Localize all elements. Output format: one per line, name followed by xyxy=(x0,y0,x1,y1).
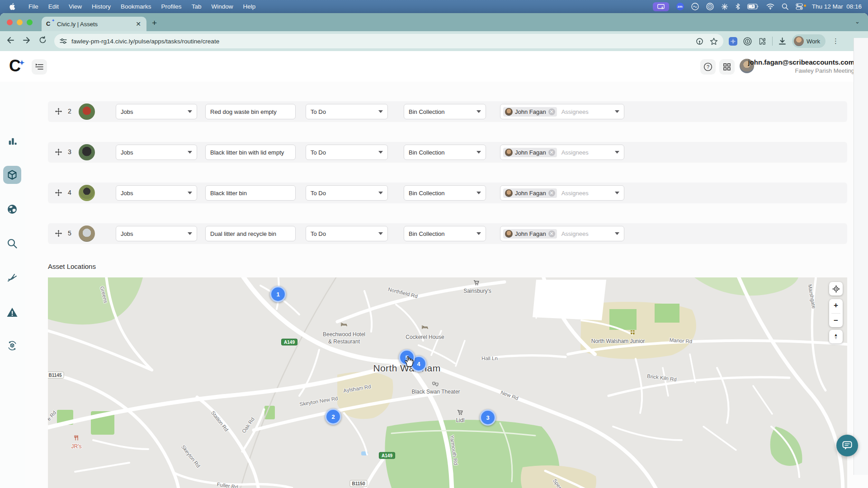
category-select[interactable]: Bin Collection xyxy=(404,145,486,160)
tilt-control[interactable]: ▲▼ xyxy=(829,330,843,343)
downloads-icon[interactable] xyxy=(778,38,786,45)
asset-thumbnail[interactable] xyxy=(79,144,95,160)
menu-help[interactable]: Help xyxy=(243,3,255,10)
menu-view[interactable]: View xyxy=(69,3,82,10)
drag-handle-icon[interactable] xyxy=(55,108,62,117)
drag-handle-icon[interactable] xyxy=(55,189,62,198)
close-window-button[interactable] xyxy=(7,19,13,25)
assignees-select[interactable]: John Fagan✕ Assignees xyxy=(500,145,624,160)
apps-grid-button[interactable] xyxy=(719,59,735,75)
assignee-chip[interactable]: John Fagan✕ xyxy=(503,107,557,117)
assignees-select[interactable]: John Fagan✕ Assignees xyxy=(500,226,624,241)
task-name-input[interactable]: Black litter bin with lid empty xyxy=(205,145,296,160)
chat-launcher-button[interactable] xyxy=(836,435,858,456)
browser-menu-icon[interactable]: ⋮ xyxy=(832,37,839,45)
tab-search-icon[interactable]: ⌄ xyxy=(855,18,860,25)
extension-blue-icon[interactable] xyxy=(729,37,737,46)
drag-handle-icon[interactable] xyxy=(55,149,62,157)
menu-tab[interactable]: Tab xyxy=(192,3,202,10)
url-text[interactable]: fawley-pm-rg14.civic.ly/pulse/apps/tasks… xyxy=(71,38,696,45)
tab-close-icon[interactable]: ✕ xyxy=(135,20,142,28)
asset-marker-3[interactable]: 3 xyxy=(480,409,496,426)
asset-thumbnail[interactable] xyxy=(79,185,95,201)
sidebar-item-issues[interactable] xyxy=(3,303,21,321)
remove-assignee-icon[interactable]: ✕ xyxy=(548,149,555,156)
category-select[interactable]: Bin Collection xyxy=(404,226,486,241)
sidebar-item-locations[interactable] xyxy=(3,200,21,218)
asset-thumbnail[interactable] xyxy=(79,225,95,242)
assignees-select[interactable]: John Fagan✕ Assignees xyxy=(500,185,624,201)
type-select[interactable]: Jobs xyxy=(116,145,197,160)
site-settings-icon[interactable] xyxy=(60,38,67,44)
task-name-input[interactable]: Dual litter and recycle bin xyxy=(205,226,296,241)
bluetooth-icon[interactable] xyxy=(736,3,740,10)
creative-cloud-icon[interactable] xyxy=(691,3,699,10)
status-select[interactable]: To Do xyxy=(306,104,388,119)
battery-icon[interactable] xyxy=(747,4,759,9)
menu-file[interactable]: File xyxy=(28,3,38,10)
menu-window[interactable]: Window xyxy=(211,3,233,10)
menu-bookmarks[interactable]: Bookmarks xyxy=(121,3,151,10)
menubar-clock[interactable]: Thu 12 Mar 08:16 xyxy=(812,3,862,10)
menu-profiles[interactable]: Profiles xyxy=(161,3,182,10)
zoom-app-icon[interactable]: zm xyxy=(676,3,684,10)
menu-edit[interactable]: Edit xyxy=(48,3,59,10)
back-button[interactable] xyxy=(6,37,14,46)
asset-thumbnail[interactable] xyxy=(79,103,95,120)
browser-tab[interactable]: C✦ Civic.ly | Assets ✕ xyxy=(42,17,146,31)
asset-marker-1[interactable]: 1 xyxy=(270,286,286,302)
type-select[interactable]: Jobs xyxy=(116,226,197,241)
sidebar-item-search[interactable] xyxy=(3,235,21,253)
fullscreen-window-button[interactable] xyxy=(27,19,33,25)
category-select[interactable]: Bin Collection xyxy=(404,104,486,119)
assignee-chip[interactable]: John Fagan✕ xyxy=(503,148,557,157)
asset-marker-2[interactable]: 2 xyxy=(325,408,341,425)
drag-handle-icon[interactable] xyxy=(55,230,62,239)
status-select[interactable]: To Do xyxy=(306,145,388,160)
screen-mirroring-icon[interactable] xyxy=(653,2,669,11)
task-name-input[interactable]: Red dog waste bin empty xyxy=(205,104,296,119)
bookmark-star-icon[interactable] xyxy=(710,38,718,45)
status-select[interactable]: To Do xyxy=(306,185,388,201)
wifi-icon[interactable] xyxy=(766,4,774,9)
category-select[interactable]: Bin Collection xyxy=(404,185,486,201)
locate-button[interactable] xyxy=(829,282,843,296)
remove-assignee-icon[interactable]: ✕ xyxy=(548,108,555,115)
onepassword-icon[interactable] xyxy=(706,3,714,10)
type-select[interactable]: Jobs xyxy=(116,104,197,119)
assignees-select[interactable]: John Fagan✕ Assignees xyxy=(500,104,624,119)
help-button[interactable]: ? xyxy=(700,59,716,75)
sidebar-toggle-button[interactable] xyxy=(32,59,47,75)
sidebar-item-maintenance[interactable] xyxy=(3,269,21,287)
civicly-logo[interactable]: C✦ xyxy=(9,56,27,75)
remove-assignee-icon[interactable]: ✕ xyxy=(548,190,555,197)
sidebar-item-reports[interactable] xyxy=(3,132,21,150)
extensions-puzzle-icon[interactable] xyxy=(758,37,766,46)
forward-button[interactable] xyxy=(23,37,31,46)
menu-history[interactable]: History xyxy=(92,3,111,10)
minimize-window-button[interactable] xyxy=(17,19,23,25)
reload-button[interactable] xyxy=(39,36,47,46)
browser-profile-chip[interactable]: Work xyxy=(792,34,826,48)
zoom-out-button[interactable]: − xyxy=(834,316,838,325)
new-tab-button[interactable]: + xyxy=(152,18,157,28)
sparkle-status-icon[interactable] xyxy=(721,3,728,10)
sidebar-item-routines[interactable] xyxy=(3,337,21,355)
user-block[interactable]: john.fagan@scribeaccounts.com Fawley Par… xyxy=(748,58,854,74)
assignee-chip[interactable]: John Fagan✕ xyxy=(503,229,557,239)
asset-locations-map[interactable]: Greens Northfield Rd Sainsbury's Beechwo… xyxy=(48,277,847,488)
remove-assignee-icon[interactable]: ✕ xyxy=(548,230,555,237)
task-name-input[interactable]: Black litter bin xyxy=(205,185,296,201)
status-select[interactable]: To Do xyxy=(306,226,388,241)
apple-icon[interactable] xyxy=(9,3,15,10)
omnibox[interactable]: fawley-pm-rg14.civic.ly/pulse/apps/tasks… xyxy=(54,34,723,48)
zoom-in-button[interactable]: + xyxy=(834,301,838,310)
control-center-icon[interactable] xyxy=(796,3,803,10)
type-select[interactable]: Jobs xyxy=(116,185,197,201)
spotlight-icon[interactable] xyxy=(782,3,788,10)
share-hub-icon[interactable] xyxy=(696,38,703,45)
scrollbar-track[interactable] xyxy=(854,38,868,475)
assignee-chip[interactable]: John Fagan✕ xyxy=(503,188,557,198)
onepassword-extension-icon[interactable] xyxy=(743,37,752,46)
sidebar-item-assets[interactable] xyxy=(3,166,21,184)
